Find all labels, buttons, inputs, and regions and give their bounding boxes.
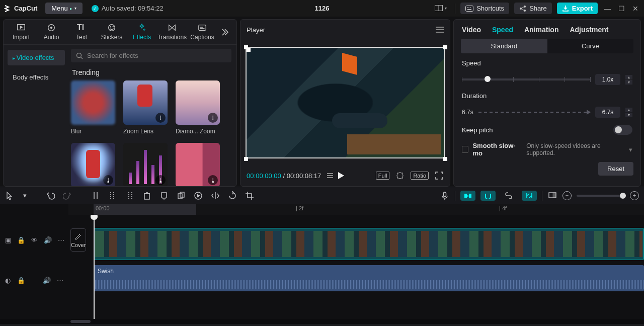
maximize-icon[interactable]: ☐	[617, 5, 626, 13]
share-button[interactable]: Share	[514, 3, 552, 14]
fullscreen-icon[interactable]	[435, 171, 444, 180]
effect-shake[interactable]: ⭳ Shake	[176, 143, 220, 186]
track-mute-icon[interactable]: 🔊	[43, 277, 51, 284]
svg-rect-33	[553, 193, 556, 198]
preview-canvas[interactable]	[246, 47, 445, 158]
svg-line-11	[522, 9, 524, 11]
speed-mode-segmented[interactable]: Standard Curve	[461, 39, 633, 53]
svg-rect-6	[467, 9, 471, 10]
export-button[interactable]: Export	[557, 3, 598, 14]
player-ratio-button[interactable]: Ratio	[411, 172, 429, 180]
duration-stepper[interactable]: ▲▼	[625, 108, 632, 117]
tab-effects[interactable]: Effects	[127, 22, 156, 42]
redo-icon[interactable]	[62, 191, 72, 201]
segment-standard[interactable]: Standard	[461, 39, 547, 53]
speed-value[interactable]: 1.0x	[595, 74, 620, 85]
inspector-panel: Video Speed Animation Adjustment Standar…	[453, 19, 641, 187]
marker-icon[interactable]	[159, 191, 169, 201]
timeline-lanes[interactable]: Swish	[68, 215, 644, 319]
tab-animation[interactable]: Animation	[524, 26, 558, 34]
timeline-scrollbar[interactable]	[0, 319, 644, 324]
layout-toggle[interactable]: ▾	[432, 4, 450, 13]
split-right-icon[interactable]	[125, 191, 135, 201]
sidebar-item-body-effects[interactable]: Body effects	[8, 69, 65, 85]
rotate-icon[interactable]	[227, 191, 237, 201]
video-clip[interactable]	[94, 228, 644, 260]
player-full-button[interactable]: Full	[376, 172, 390, 180]
search-input[interactable]: Search for effects	[71, 49, 231, 62]
pointer-menu[interactable]: ▾	[22, 191, 27, 201]
pointer-tool[interactable]	[5, 191, 15, 201]
sidebar-item-video-effects[interactable]: Video effects	[8, 50, 65, 65]
shortcuts-button[interactable]: Shortcuts	[460, 3, 509, 14]
play-button[interactable]	[338, 172, 344, 179]
tab-audio[interactable]: Audio	[37, 22, 66, 42]
duration-value[interactable]: 6.7s	[595, 107, 620, 118]
audio-clip[interactable]: Swish	[94, 265, 644, 291]
reset-button[interactable]: Reset	[598, 162, 633, 176]
link-icon[interactable]	[501, 191, 517, 201]
effect-edge-glow[interactable]: ⭳ Edge Glow	[71, 143, 115, 186]
preview-toggle-icon[interactable]	[547, 191, 557, 201]
track-more-icon[interactable]: ⋯	[57, 277, 63, 284]
keep-pitch-toggle[interactable]	[613, 125, 632, 135]
track-lock-icon[interactable]: 🔒	[17, 277, 25, 284]
track-lock-icon[interactable]: 🔒	[17, 236, 25, 244]
effect-blur[interactable]: Blur	[71, 80, 115, 135]
mirror-icon[interactable]	[210, 191, 220, 201]
svg-rect-29	[464, 194, 467, 198]
effect-diamond-zoom[interactable]: ⭳ Diamo... Zoom	[176, 80, 220, 135]
svg-point-5	[470, 7, 471, 8]
svg-point-21	[77, 53, 82, 57]
duration-slider[interactable]	[478, 112, 590, 113]
tab-import[interactable]: Import	[7, 22, 36, 42]
speed-stepper[interactable]: ▲▼	[625, 75, 632, 85]
split-icon[interactable]	[91, 191, 101, 201]
zoom-out-icon[interactable]: −	[562, 191, 572, 200]
menu-button[interactable]: Menu ▸ ▾	[45, 3, 83, 14]
player-list-icon[interactable]	[327, 173, 333, 178]
playhead[interactable]	[94, 215, 95, 319]
tab-speed[interactable]: Speed	[492, 26, 513, 34]
tab-stickers[interactable]: Stickers	[97, 22, 126, 42]
effect-spectrum-scan[interactable]: ⭳ Spectrum Scan	[123, 143, 168, 186]
track-more-icon[interactable]: ⋯	[58, 236, 64, 244]
track-clock-icon[interactable]: ◐	[5, 277, 11, 284]
tab-transitions[interactable]: Transitions	[157, 22, 187, 42]
tab-captions[interactable]: Captions	[188, 22, 217, 42]
mic-icon[interactable]	[440, 191, 450, 201]
minimize-icon[interactable]: —	[603, 5, 612, 13]
track-eye-icon[interactable]: 👁	[31, 236, 38, 244]
effect-zoom-lens[interactable]: ⭳ Zoom Lens	[123, 80, 168, 135]
split-left-icon[interactable]	[108, 191, 118, 201]
crop-icon[interactable]	[245, 191, 255, 201]
tab-adjustment[interactable]: Adjustment	[570, 26, 608, 34]
track-mute-icon[interactable]: 🔊	[44, 236, 52, 244]
zoom-slider[interactable]	[577, 195, 625, 197]
player-menu-icon[interactable]	[436, 27, 444, 33]
smooth-checkbox[interactable]	[462, 146, 468, 153]
magnet-track-icon[interactable]	[480, 191, 496, 201]
speed-slider[interactable]	[462, 78, 590, 80]
reverse-icon[interactable]	[193, 191, 203, 201]
download-icon[interactable]: ⭳	[155, 175, 166, 185]
delete-icon[interactable]	[142, 191, 152, 201]
zoom-in-icon[interactable]: +	[630, 191, 639, 200]
segment-curve[interactable]: Curve	[547, 39, 633, 53]
undo-icon[interactable]	[45, 191, 55, 201]
smooth-slowmo-row[interactable]: Smooth slow-mo Only slow-speed videos ar…	[462, 142, 632, 157]
tabs-more-icon[interactable]	[218, 28, 231, 37]
magnet-main-icon[interactable]	[460, 191, 475, 201]
download-icon[interactable]: ⭳	[208, 113, 218, 123]
track-collapse-icon[interactable]: ▣	[5, 236, 11, 244]
download-icon[interactable]: ⭳	[155, 113, 166, 123]
player-original-icon[interactable]	[395, 171, 405, 180]
tab-text[interactable]: TI Text	[67, 22, 96, 42]
download-icon[interactable]: ⭳	[208, 175, 218, 185]
duplicate-icon[interactable]	[176, 191, 186, 201]
tab-video[interactable]: Video	[462, 26, 481, 34]
close-icon[interactable]: ✕	[631, 5, 640, 13]
download-icon[interactable]: ⭳	[103, 175, 113, 185]
timeline-ruler[interactable]: 00:00 | 2f | 4f	[68, 204, 644, 215]
snap-icon[interactable]	[522, 191, 537, 201]
